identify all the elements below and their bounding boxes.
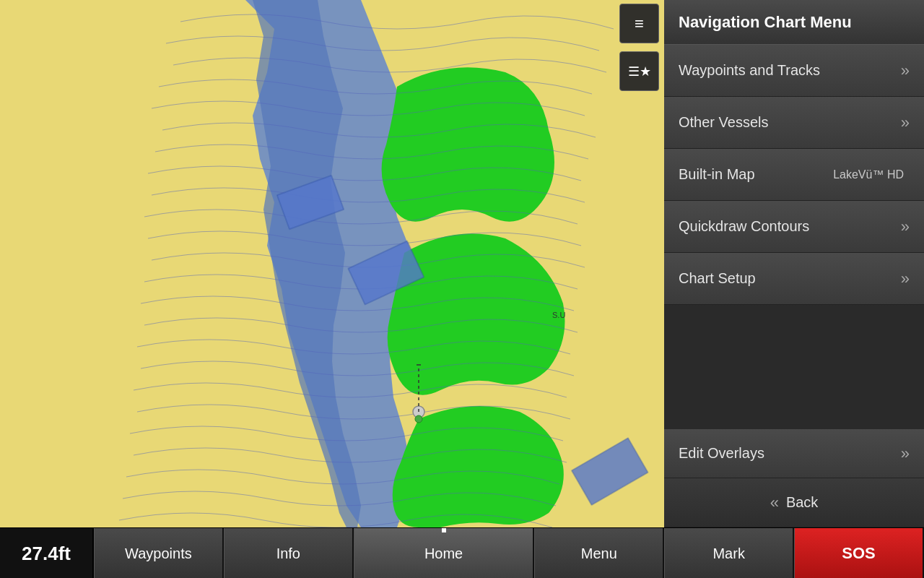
waypoints-toolbar-button[interactable]: ☰★ (619, 51, 659, 91)
nautical-chart: S.U (0, 0, 664, 527)
chart-setup-arrow: » (898, 269, 910, 288)
menu-item-waypoints-tracks[interactable]: Waypoints and Tracks » (664, 45, 924, 97)
menu-item-edit-overlays[interactable]: Edit Overlays » (664, 429, 924, 478)
map-area: S.U ≡ ☰★ Navigation Chart Menu Waypoints… (0, 0, 924, 527)
app: S.U ≡ ☰★ Navigation Chart Menu Waypoints… (0, 0, 924, 578)
back-label: Back (786, 494, 818, 511)
home-button[interactable]: Home (354, 528, 535, 578)
info-button[interactable]: Info (224, 528, 354, 578)
waypoints-button[interactable]: Waypoints (94, 528, 224, 578)
menu-toolbar-button[interactable]: ≡ (619, 4, 659, 43)
mark-button[interactable]: Mark (664, 528, 794, 578)
waypoints-tracks-label: Waypoints and Tracks (679, 62, 820, 79)
chevron-right-icon-2: » (901, 113, 910, 132)
edit-overlays-label: Edit Overlays (679, 445, 764, 462)
menu-item-other-vessels[interactable]: Other Vessels » (664, 97, 924, 149)
quickdraw-contours-label: Quickdraw Contours (679, 218, 809, 235)
star-icon: ☰★ (628, 64, 651, 79)
menu-panel: Navigation Chart Menu Waypoints and Trac… (664, 0, 924, 527)
chevron-right-icon-4: » (901, 269, 910, 288)
sos-button[interactable]: SOS (794, 528, 924, 578)
chevron-right-icon: » (901, 61, 910, 80)
sos-btn-label: SOS (842, 544, 875, 563)
menu-item-quickdraw-contours[interactable]: Quickdraw Contours » (664, 201, 924, 253)
info-btn-label: Info (276, 545, 300, 562)
mark-btn-label: Mark (712, 545, 744, 562)
home-btn-label: Home (424, 545, 463, 562)
back-chevron-left-icon: « (770, 493, 779, 512)
built-in-map-label: Built-in Map (679, 166, 755, 183)
waypoints-btn-label: Waypoints (125, 545, 192, 562)
depth-display: 27.4ft (0, 528, 94, 578)
svg-text:S.U: S.U (552, 311, 565, 319)
built-in-map-right: LakeVü™ HD (833, 168, 910, 181)
other-vessels-label: Other Vessels (679, 114, 769, 131)
quickdraw-contours-arrow: » (898, 217, 910, 236)
menu-item-built-in-map[interactable]: Built-in Map LakeVü™ HD (664, 149, 924, 201)
waypoints-tracks-arrow: » (898, 61, 910, 80)
other-vessels-arrow: » (898, 113, 910, 132)
menu-button[interactable]: Menu (534, 528, 664, 578)
svg-point-5 (415, 415, 422, 423)
menu-spacer (664, 305, 924, 429)
menu-title-text: Navigation Chart Menu (679, 13, 852, 32)
menu-btn-label: Menu (581, 545, 617, 562)
side-toolbar: ≡ ☰★ (619, 4, 663, 123)
menu-item-chart-setup[interactable]: Chart Setup » (664, 253, 924, 305)
built-in-map-sublabel: LakeVü™ HD (833, 168, 904, 181)
bottom-bar: 27.4ft Waypoints Info Home Menu Mark SOS (0, 527, 924, 578)
menu-title: Navigation Chart Menu (664, 0, 924, 45)
edit-overlays-arrow: » (898, 444, 910, 463)
chevron-right-icon-5: » (901, 444, 910, 463)
depth-value: 27.4ft (22, 543, 71, 565)
chevron-right-icon-3: » (901, 217, 910, 236)
menu-item-back[interactable]: « Back (664, 478, 924, 527)
chart-setup-label: Chart Setup (679, 270, 756, 287)
hamburger-icon: ≡ (635, 14, 644, 33)
